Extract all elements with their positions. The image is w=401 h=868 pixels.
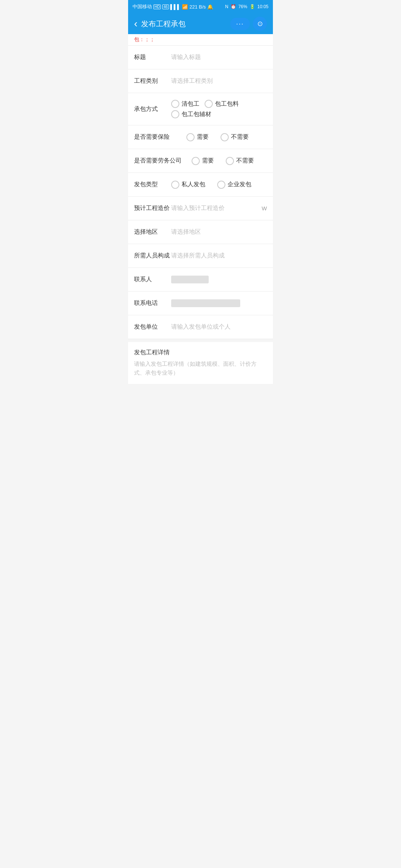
detail-title: 发包工程详情 [128,342,273,359]
title-input[interactable]: 请输入标题 [171,53,267,61]
package-type-label: 发包类型 [134,181,171,188]
radio-option-labor-no[interactable]: 不需要 [226,157,254,165]
contact-name-label: 联系人 [134,276,171,283]
nfc-icon: N [225,4,228,9]
area-row: 选择地区 请选择地区 [128,220,273,244]
contract-method-options: 清包工 包工包料 包工包辅材 [171,100,267,118]
radio-circle-labor-yes [192,157,200,165]
insurance-label: 是否需要保险 [134,133,171,141]
radio-option-enterprise[interactable]: 企业发包 [217,181,251,189]
radio-label-baogongbaofucai: 包工包辅材 [182,111,211,118]
contract-method-label: 承包方式 [134,105,171,113]
package-unit-input[interactable]: 请输入发包单位或个人 [171,323,267,331]
package-unit-label: 发包单位 [134,323,171,331]
project-type-select[interactable]: 请选择工程类别 [171,77,267,85]
more-options-button[interactable]: ··· [230,18,250,30]
estimated-cost-row: 预计工程造价 请输入预计工程造价 W [128,197,273,220]
radio-circle-insurance-no [221,133,229,141]
nav-bar: ‹ 发布工程承包 ··· ⊙ [128,13,273,34]
title-label: 标题 [134,53,171,61]
package-type-row: 发包类型 私人发包 企业发包 [128,173,273,197]
labor-company-row: 是否需要劳务公司 需要 不需要 [128,149,273,173]
radio-option-baogongbaoliao[interactable]: 包工包料 [205,100,239,108]
radio-label-insurance-no: 不需要 [231,133,249,141]
radio-option-baogongbaofucai[interactable]: 包工包辅材 [171,110,211,118]
radio-option-private[interactable]: 私人发包 [171,181,205,189]
back-chevron-icon: ‹ [134,18,137,30]
package-type-options: 私人发包 企业发包 [171,181,267,189]
carrier-label: 中国移动 [133,3,152,10]
nav-actions: ··· ⊙ [230,17,267,31]
contact-phone-label: 联系电话 [134,299,171,307]
contact-name-row: 联系人 ████████ [128,268,273,292]
radio-label-insurance-yes: 需要 [197,133,209,141]
radio-label-baogongbaoliao: 包工包料 [215,100,239,108]
detail-section: 发包工程详情 请输入发包工程详情（如建筑规模、面积、计价方式、承包专业等） [128,342,273,384]
contact-name-blurred: ████████ [171,276,209,283]
project-type-label: 工程类别 [134,77,171,85]
page-title: 发布工程承包 [141,19,230,29]
radio-label-enterprise: 企业发包 [228,181,251,188]
4g-badge: 46 [162,4,169,9]
radio-label-qingbaogong: 清包工 [182,100,199,108]
estimated-cost-input[interactable]: 请输入预计工程造价 [171,204,259,212]
battery-level: 76% [238,4,247,9]
personnel-select[interactable]: 请选择所需人员构成 [171,252,267,260]
battery-icon: 🔋 [250,4,255,9]
radio-label-labor-yes: 需要 [202,157,214,165]
time-display: 10:05 [257,4,268,9]
contact-phone-blurred: ████████████████ [171,299,240,307]
status-bar: 中国移动 HD 46 ▌▌▌ 📶 221 B/s 🔔 N ⏰ 76% 🔋 10:… [128,0,273,13]
insurance-row: 是否需要保险 需要 不需要 [128,125,273,149]
radio-circle-baogongbaoliao [205,100,213,108]
tag-area: 包：；； [128,34,273,46]
radio-circle-qingbaogong [171,100,179,108]
notification-icon: 🔔 [207,4,213,10]
status-left: 中国移动 HD 46 ▌▌▌ 📶 221 B/s 🔔 [133,3,213,10]
labor-company-options: 需要 不需要 [182,157,267,165]
radio-option-qingbaogong[interactable]: 清包工 [171,100,199,108]
personnel-row: 所需人员构成 请选择所需人员构成 [128,244,273,268]
radio-circle-labor-no [226,157,234,165]
radio-label-labor-no: 不需要 [236,157,254,165]
radio-label-private: 私人发包 [182,181,205,188]
labor-company-label: 是否需要劳务公司 [134,157,182,165]
contact-phone-value[interactable]: ████████████████ [171,299,240,307]
tag-text: 包：；； [134,36,155,42]
package-unit-row: 发包单位 请输入发包单位或个人 [128,315,273,339]
radio-circle-insurance-yes [186,133,195,141]
hd-badge: HD [153,4,161,9]
area-label: 选择地区 [134,228,171,236]
personnel-label: 所需人员构成 [134,252,171,260]
signal-icon: ▌▌▌ [170,4,181,10]
contact-name-value[interactable]: ████████ [171,276,209,283]
scan-icon: ⊙ [257,20,263,28]
alarm-icon: ⏰ [231,4,236,9]
project-type-row: 工程类别 请选择工程类别 [128,69,273,93]
radio-option-insurance-yes[interactable]: 需要 [186,133,209,141]
detail-textarea[interactable]: 请输入发包工程详情（如建筑规模、面积、计价方式、承包专业等） [128,359,273,384]
wifi-icon: 📶 [182,4,188,10]
scan-button[interactable]: ⊙ [253,17,267,31]
back-button[interactable]: ‹ [134,18,137,30]
radio-option-labor-yes[interactable]: 需要 [192,157,214,165]
radio-option-insurance-no[interactable]: 不需要 [221,133,249,141]
contact-phone-row: 联系电话 ████████████████ [128,292,273,315]
area-select[interactable]: 请选择地区 [171,228,267,236]
cost-unit-label: W [262,205,267,211]
contract-method-row: 承包方式 清包工 包工包料 包工包辅材 [128,93,273,125]
radio-circle-baogongbaofucai [171,110,179,118]
insurance-options: 需要 不需要 [171,133,267,141]
form-container: 标题 请输入标题 工程类别 请选择工程类别 承包方式 清包工 包工包料 包工包辅… [128,46,273,339]
status-right: N ⏰ 76% 🔋 10:05 [225,4,268,9]
title-row: 标题 请输入标题 [128,46,273,69]
estimated-cost-label: 预计工程造价 [134,204,171,212]
radio-circle-enterprise [217,181,225,189]
download-speed: 221 B/s [189,4,206,10]
radio-circle-private [171,181,179,189]
